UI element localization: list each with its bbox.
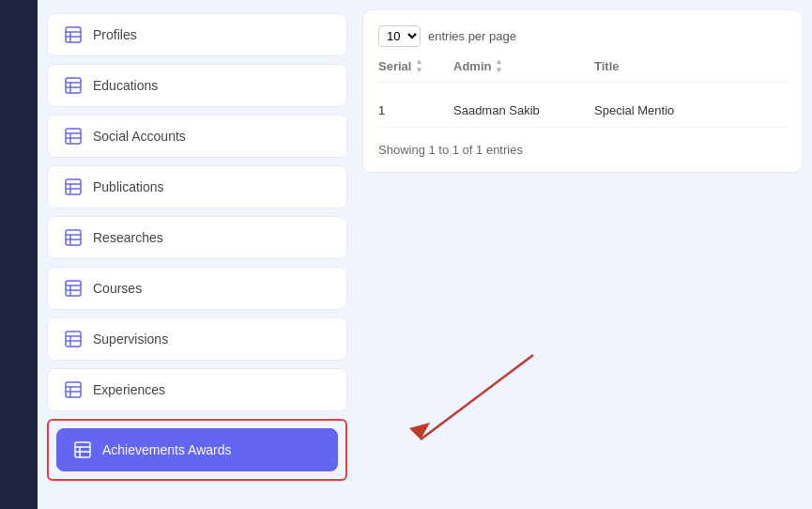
table-icon: [65, 331, 82, 347]
entries-per-page-select[interactable]: 10 25 50: [378, 25, 421, 47]
column-header-serial: Serial ▲▼: [378, 58, 453, 74]
sidebar-dark-panel: [0, 0, 38, 509]
svg-rect-28: [66, 382, 81, 397]
svg-rect-0: [66, 27, 81, 42]
svg-rect-4: [66, 78, 81, 93]
sidebar-item-supervisions[interactable]: Supervisions: [47, 317, 347, 361]
column-header-admin: Admin ▲▼: [453, 58, 594, 74]
svg-rect-16: [66, 230, 81, 245]
sidebar-item-profiles[interactable]: Profiles: [47, 13, 347, 56]
table-icon: [65, 280, 82, 297]
sidebar-item-achievements-awards[interactable]: Achievements Awards: [56, 428, 338, 471]
sidebar-item-educations[interactable]: Educations: [47, 64, 347, 107]
table-icon: [65, 77, 82, 94]
table-row: 1 Saadman Sakib Special Mentio: [378, 94, 787, 128]
svg-marker-37: [409, 423, 430, 440]
showing-text: Showing 1 to 1 of 1 entries: [378, 143, 787, 157]
svg-rect-20: [66, 281, 81, 296]
entries-per-page-label: entries per page: [428, 29, 516, 43]
main-content: Profiles Educations Social Accounts: [38, 0, 812, 509]
left-panel: Profiles Educations Social Accounts: [47, 9, 347, 500]
table-icon: [65, 178, 82, 195]
table-icon: [65, 381, 82, 398]
svg-rect-12: [66, 179, 81, 194]
sidebar-item-achievements-awards-label: Achievements Awards: [102, 442, 231, 457]
sidebar-item-researches[interactable]: Researches: [47, 216, 347, 259]
sidebar-item-educations-label: Educations: [93, 78, 158, 93]
column-header-title: Title: [594, 58, 787, 74]
red-arrow: [336, 346, 543, 458]
sort-icon-admin: ▲▼: [495, 58, 502, 74]
svg-rect-8: [66, 129, 81, 144]
sidebar-item-experiences[interactable]: Experiences: [47, 368, 347, 411]
cell-title: Special Mentio: [594, 103, 787, 117]
cell-admin: Saadman Sakib: [453, 103, 594, 117]
table-icon: [65, 128, 82, 145]
svg-rect-32: [75, 442, 90, 457]
sidebar-item-courses-label: Courses: [93, 281, 142, 296]
table-icon: [65, 229, 82, 246]
sidebar-item-social-accounts-label: Social Accounts: [93, 129, 186, 144]
sidebar-item-profiles-label: Profiles: [93, 27, 137, 42]
table-header: Serial ▲▼ Admin ▲▼ Title: [378, 58, 787, 83]
sidebar-item-researches-label: Researches: [93, 230, 163, 245]
table-icon: [65, 26, 82, 43]
svg-rect-24: [66, 332, 81, 347]
sidebar-item-social-accounts[interactable]: Social Accounts: [47, 115, 347, 158]
cell-serial: 1: [378, 103, 453, 117]
highlight-box: Achievements Awards: [47, 419, 347, 481]
sidebar-item-publications[interactable]: Publications: [47, 165, 347, 208]
svg-line-36: [421, 355, 533, 440]
right-panel: 10 25 50 entries per page Serial ▲▼ Admi…: [362, 9, 803, 173]
table-icon-active: [74, 441, 91, 458]
sort-icon-serial: ▲▼: [415, 58, 422, 74]
entries-row: 10 25 50 entries per page: [378, 25, 787, 47]
sidebar-item-experiences-label: Experiences: [93, 382, 165, 397]
sidebar-item-supervisions-label: Supervisions: [93, 332, 168, 347]
sidebar-item-courses[interactable]: Courses: [47, 267, 347, 310]
sidebar-item-publications-label: Publications: [93, 179, 164, 194]
